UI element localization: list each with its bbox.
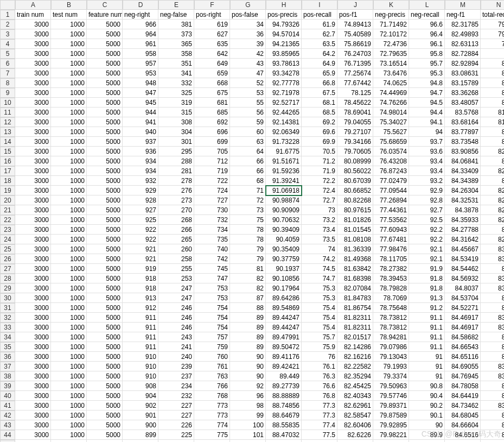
data-cell[interactable]: 82.85 <box>481 235 504 244</box>
data-cell[interactable]: 82 <box>230 274 266 283</box>
data-cell[interactable]: 904 <box>123 391 158 401</box>
data-cell[interactable]: 83.65 <box>481 440 504 442</box>
data-cell[interactable]: 1000 <box>51 59 87 68</box>
data-cell[interactable]: 899 <box>123 430 158 440</box>
data-cell[interactable]: 39 <box>230 39 266 49</box>
data-cell[interactable]: 82.6226 <box>337 430 373 440</box>
data-cell[interactable]: 1000 <box>51 371 87 381</box>
data-cell[interactable]: 82.72884 <box>445 49 481 59</box>
row-header-8[interactable]: 8 <box>0 78 15 88</box>
data-cell[interactable]: 84.56819 <box>445 440 481 442</box>
data-cell[interactable]: 325 <box>158 88 194 98</box>
data-cell[interactable]: 77.7 <box>302 440 337 442</box>
data-cell[interactable]: 900 <box>123 420 158 430</box>
data-cell[interactable]: 730 <box>194 205 230 215</box>
data-cell[interactable]: 83.3 <box>481 293 504 303</box>
data-cell[interactable]: 83.55 <box>481 283 504 293</box>
data-cell[interactable]: 75 <box>230 215 266 225</box>
data-cell[interactable]: 89 <box>230 332 266 342</box>
data-cell[interactable]: 92.06349 <box>266 127 302 137</box>
data-cell[interactable]: 270 <box>158 205 194 215</box>
row-header-43[interactable]: 43 <box>0 420 15 430</box>
data-cell[interactable]: 705 <box>194 147 230 156</box>
data-cell[interactable]: 84.35933 <box>445 215 481 225</box>
data-cell[interactable]: 961 <box>123 39 158 49</box>
data-cell[interactable]: 71.71492 <box>373 20 409 29</box>
data-cell[interactable]: 243 <box>158 332 194 342</box>
data-cell[interactable]: 659 <box>194 68 230 78</box>
data-cell[interactable]: 90.35409 <box>266 244 302 254</box>
col-header-K[interactable]: K <box>373 0 409 10</box>
header-cell[interactable]: feature num <box>87 10 123 20</box>
row-header-28[interactable]: 28 <box>0 274 15 283</box>
data-cell[interactable]: 84.58682 <box>445 332 481 342</box>
data-cell[interactable]: 3000 <box>15 78 51 88</box>
data-cell[interactable]: 91.6775 <box>266 147 302 156</box>
data-cell[interactable]: 84.34389 <box>445 176 481 186</box>
data-cell[interactable]: 91.9 <box>409 264 445 274</box>
data-cell[interactable]: 5000 <box>87 49 123 59</box>
data-cell[interactable]: 82.63113 <box>445 39 481 49</box>
data-cell[interactable]: 71.9 <box>302 166 337 176</box>
data-cell[interactable]: 944 <box>123 108 158 117</box>
data-cell[interactable]: 84.73462 <box>445 401 481 411</box>
data-cell[interactable]: 92.2 <box>409 225 445 235</box>
data-cell[interactable]: 3000 <box>15 303 51 313</box>
data-cell[interactable]: 36 <box>230 29 266 39</box>
data-cell[interactable]: 90.98874 <box>266 195 302 205</box>
row-header-29[interactable]: 29 <box>0 283 15 293</box>
data-cell[interactable]: 5000 <box>87 303 123 313</box>
data-cell[interactable]: 724 <box>194 186 230 195</box>
data-cell[interactable]: 1000 <box>51 147 87 156</box>
data-cell[interactable]: 80.07149 <box>373 440 409 442</box>
data-cell[interactable]: 3000 <box>15 117 51 127</box>
data-cell[interactable]: 90 <box>230 362 266 371</box>
data-cell[interactable]: 73.2 <box>302 215 337 225</box>
data-cell[interactable]: 66 <box>230 156 266 166</box>
data-cell[interactable]: 1000 <box>51 235 87 244</box>
row-header-34[interactable]: 34 <box>0 332 15 342</box>
data-cell[interactable]: 89.41176 <box>266 352 302 362</box>
data-cell[interactable]: 66.8 <box>302 78 337 88</box>
col-header-E[interactable]: E <box>158 0 194 10</box>
data-cell[interactable]: 77.3 <box>302 411 337 420</box>
data-cell[interactable]: 72.4736 <box>373 39 409 49</box>
data-cell[interactable]: 82.3 <box>481 156 504 166</box>
data-cell[interactable]: 351 <box>158 59 194 68</box>
data-cell[interactable]: 84.66604 <box>445 420 481 430</box>
data-cell[interactable]: 5000 <box>87 195 123 205</box>
data-cell[interactable]: 59 <box>230 117 266 127</box>
data-cell[interactable]: 93.7 <box>409 137 445 147</box>
data-cell[interactable]: 234 <box>158 381 194 391</box>
data-cell[interactable]: 88.88889 <box>266 391 302 401</box>
data-cell[interactable]: 53 <box>230 88 266 98</box>
data-cell[interactable]: 92.77778 <box>266 78 302 88</box>
data-cell[interactable]: 83.75 <box>481 401 504 411</box>
data-cell[interactable]: 73.6476 <box>373 68 409 78</box>
data-cell[interactable]: 773 <box>194 401 230 411</box>
data-cell[interactable]: 1000 <box>51 49 87 59</box>
data-cell[interactable]: 91.1 <box>409 323 445 332</box>
data-cell[interactable]: 74 <box>302 244 337 254</box>
data-cell[interactable]: 753 <box>194 283 230 293</box>
data-cell[interactable]: 1000 <box>51 274 87 283</box>
data-cell[interactable]: 90.39409 <box>266 225 302 235</box>
data-cell[interactable]: 74.89413 <box>337 20 373 29</box>
data-cell[interactable]: 925 <box>123 215 158 225</box>
data-cell[interactable]: 72.2 <box>302 176 337 186</box>
data-cell[interactable]: 79.3374 <box>373 371 409 381</box>
data-cell[interactable]: 87 <box>230 293 266 303</box>
data-cell[interactable]: 95.3 <box>409 68 445 78</box>
data-cell[interactable]: 84.53704 <box>445 293 481 303</box>
data-cell[interactable]: 73 <box>230 205 266 215</box>
data-cell[interactable]: 373 <box>158 29 194 39</box>
data-cell[interactable]: 5000 <box>87 205 123 215</box>
data-cell[interactable]: 83.2 <box>481 264 504 274</box>
data-cell[interactable]: 89.50472 <box>266 342 302 352</box>
data-cell[interactable]: 3000 <box>15 195 51 205</box>
data-cell[interactable]: 83.15 <box>481 254 504 264</box>
row-header-45[interactable]: 45 <box>0 440 15 442</box>
data-cell[interactable]: 84.65116 <box>445 352 481 362</box>
data-cell[interactable]: 1000 <box>51 440 87 442</box>
data-cell[interactable]: 82.65 <box>481 166 504 176</box>
